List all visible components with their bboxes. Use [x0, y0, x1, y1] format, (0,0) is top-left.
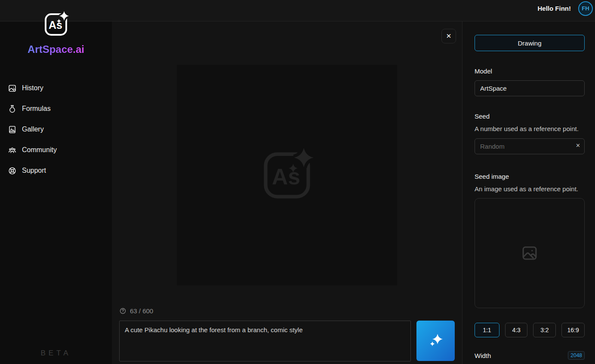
sidebar-content: History Formulas Gallery	[0, 21, 112, 364]
help-icon[interactable]	[119, 307, 126, 315]
model-select[interactable]: ArtSpace	[475, 80, 585, 96]
greeting-text: Hello Finn!	[538, 5, 571, 12]
clear-seed-icon[interactable]: ✕	[576, 142, 580, 149]
drawing-mode-button[interactable]: Drawing	[475, 35, 585, 51]
sparkles-icon	[427, 332, 444, 349]
sidebar-item-label: Community	[22, 146, 57, 154]
seed-description: A number used as a reference point.	[475, 125, 585, 132]
image-icon	[8, 84, 17, 93]
canvas-placeholder-logo-icon	[259, 147, 315, 204]
seed-label: Seed	[475, 113, 585, 120]
seed-field-wrap: ✕	[475, 138, 585, 154]
generate-button[interactable]	[416, 321, 455, 361]
sidebar-nav: History Formulas Gallery	[0, 78, 112, 181]
artspace-logo-icon	[42, 11, 70, 38]
close-button[interactable]: ✕	[441, 29, 456, 43]
aspect-ratio-16-9[interactable]: 16:9	[561, 323, 585, 337]
aspect-ratio-1-1[interactable]: 1:1	[475, 323, 499, 337]
prompt-input[interactable]: A cute Pikachu looking at the forest fro…	[119, 321, 411, 361]
seed-image-dropzone[interactable]	[475, 198, 585, 308]
char-counter: 63 / 600	[130, 307, 153, 315]
aspect-ratio-4-3[interactable]: 4:3	[505, 323, 528, 337]
width-value[interactable]: 2048	[568, 351, 585, 360]
user-avatar[interactable]: FH	[578, 1, 593, 16]
width-label: Width	[475, 352, 491, 359]
aspect-ratio-3-2[interactable]: 3:2	[533, 323, 556, 337]
avatar-initials: FH	[582, 5, 589, 12]
seed-image-description: An image used as a reference point.	[475, 185, 585, 193]
artspace-app: Hello Finn! FH ArtSpace.ai History Formu…	[0, 0, 595, 364]
aspect-ratio-group: 1:1 4:3 3:2 16:9	[475, 323, 585, 337]
char-counter-row: 63 / 600	[119, 307, 153, 315]
sidebar-item-label: Gallery	[22, 125, 44, 133]
model-label: Model	[475, 67, 585, 75]
brand-title: ArtSpace.ai	[28, 43, 84, 55]
sidebar-item-label: Support	[22, 167, 46, 174]
sidebar-item-label: Formulas	[22, 105, 51, 113]
beta-badge: BETA	[0, 349, 112, 358]
sidebar-item-gallery[interactable]: Gallery	[0, 119, 112, 140]
width-row: Width 2048	[475, 351, 585, 360]
sidebar-item-community[interactable]: Community	[0, 140, 112, 160]
sidebar-item-formulas[interactable]: Formulas	[0, 98, 112, 119]
lifebuoy-icon	[8, 166, 17, 175]
generation-canvas	[177, 65, 397, 285]
sidebar-item-label: History	[22, 84, 43, 92]
sidebar-item-support[interactable]: Support	[0, 160, 112, 181]
seed-input[interactable]	[475, 138, 585, 154]
gallery-book-icon	[8, 125, 17, 134]
main-area: ✕ 63 / 600 A cute Pikachu looking at the…	[112, 21, 462, 364]
settings-panel: Drawing Model ArtSpace Seed A number use…	[462, 21, 595, 364]
brand-logo-link[interactable]: ArtSpace.ai	[0, 11, 112, 55]
flask-icon	[8, 104, 17, 113]
image-placeholder-icon	[521, 244, 539, 262]
sidebar-item-history[interactable]: History	[0, 78, 112, 98]
people-icon	[8, 146, 17, 155]
model-value: ArtSpace	[480, 85, 507, 92]
seed-image-label: Seed image	[475, 173, 585, 180]
